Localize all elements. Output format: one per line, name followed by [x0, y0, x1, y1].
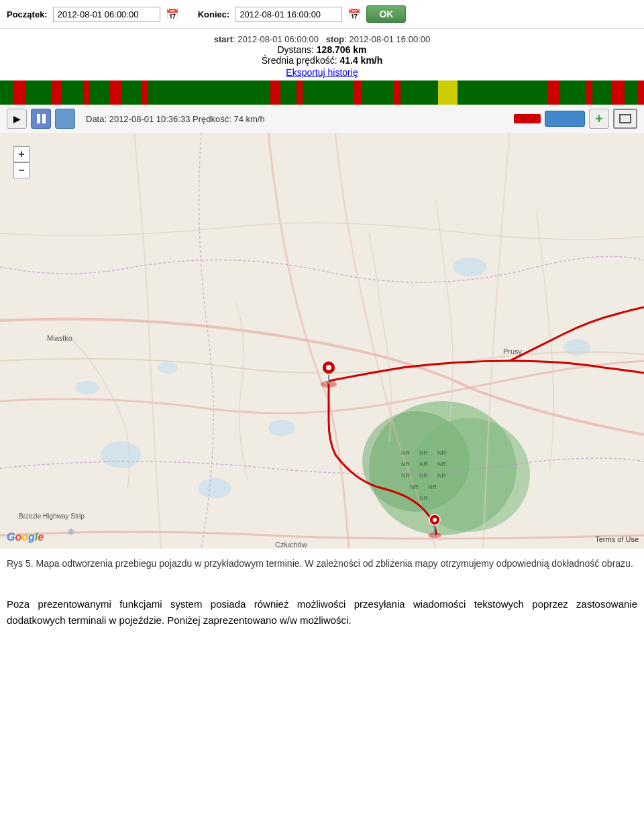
start-label-info: start	[214, 34, 233, 44]
bottom-text: Poza prezentowanymi funkcjami system pos…	[7, 596, 637, 628]
svg-point-1	[101, 441, 141, 468]
svg-text:NR: NR	[419, 449, 428, 456]
stop-button[interactable]	[55, 109, 75, 129]
svg-text:❄: ❄	[67, 527, 75, 537]
svg-rect-0	[0, 133, 644, 549]
svg-point-18	[433, 518, 437, 522]
svg-point-2	[198, 478, 231, 498]
svg-text:NR: NR	[410, 484, 419, 490]
svg-text:NR: NR	[437, 472, 446, 479]
end-label: Koniec:	[198, 9, 230, 19]
top-bar: Początek: 📅 Koniec: 📅 OK	[0, 0, 644, 29]
playback-data-display: Data: 2012-08-01 10:36:33 Prędkość: 74 k…	[79, 114, 510, 124]
ok-button[interactable]: OK	[366, 5, 406, 23]
map-zoom-in-button[interactable]: +	[13, 146, 30, 162]
svg-text:NR: NR	[401, 472, 410, 479]
stop-value-info: 2012-08-01 16:00:00	[349, 34, 430, 44]
avg-speed-value: 41.4 km/h	[339, 55, 382, 66]
start-label: Początek:	[7, 9, 48, 19]
fullscreen-button[interactable]	[613, 109, 637, 129]
stop-label-info: stop	[326, 34, 344, 44]
playback-bar: ▶ Data: 2012-08-01 10:36:33 Prędkość: 74…	[0, 105, 644, 133]
zoom-plus-playback-button[interactable]: +	[589, 109, 609, 129]
svg-text:NR: NR	[419, 472, 428, 479]
svg-text:NR: NR	[437, 461, 446, 468]
map-svg: Miastko Brzezie Highway Strip Czarne Czł…	[0, 133, 644, 549]
bottom-section: Poza prezentowanymi funkcjami system pos…	[0, 576, 644, 642]
svg-point-7	[564, 339, 590, 355]
terms-of-use-link[interactable]: Terms of Use	[595, 535, 639, 543]
distance-value: 128.706 km	[317, 44, 367, 55]
speed-indicator	[514, 114, 541, 123]
svg-text:NR: NR	[401, 449, 410, 456]
svg-point-5	[158, 362, 178, 374]
svg-point-6	[453, 258, 486, 276]
svg-text:Brzezie Highway Strip: Brzezie Highway Strip	[19, 512, 85, 520]
end-input[interactable]	[235, 7, 342, 22]
svg-text:NR: NR	[401, 461, 410, 468]
map-container[interactable]: Miastko Brzezie Highway Strip Czarne Czł…	[0, 133, 644, 549]
start-input[interactable]	[53, 7, 160, 22]
svg-point-4	[75, 381, 99, 394]
avg-speed-label: Średnia prędkość:	[262, 55, 340, 66]
start-calendar-icon[interactable]: 📅	[166, 8, 179, 21]
caption-section: Rys 5. Mapa odtworzenia przebiegu pojazd…	[0, 549, 644, 576]
svg-text:NR: NR	[428, 484, 437, 490]
svg-text:NR: NR	[419, 495, 428, 502]
info-line2: Dystans: 128.706 km	[0, 44, 644, 55]
svg-point-3	[268, 420, 295, 436]
distance-label: Dystans:	[277, 44, 316, 55]
timeline-bar[interactable]	[0, 80, 644, 105]
svg-text:NR: NR	[437, 449, 446, 456]
google-logo: Google	[7, 531, 44, 543]
info-line1: start: 2012-08-01 06:00:00 stop: 2012-08…	[0, 34, 644, 44]
export-historia-link[interactable]: Eksportuj historię	[286, 67, 358, 78]
end-calendar-icon[interactable]: 📅	[347, 8, 361, 21]
color-selector-blue[interactable]	[545, 111, 585, 127]
svg-text:Człuchów: Człuchów	[275, 541, 307, 549]
map-zoom-controls: + −	[13, 146, 30, 178]
info-section: start: 2012-08-01 06:00:00 stop: 2012-08…	[0, 29, 644, 80]
map-zoom-out-button[interactable]: −	[13, 162, 30, 178]
svg-point-14	[326, 365, 331, 370]
start-value-info: 2012-08-01 06:00:00	[237, 34, 319, 44]
pause-button[interactable]	[31, 109, 51, 129]
play-button[interactable]: ▶	[7, 109, 27, 129]
svg-text:Prusy: Prusy	[503, 347, 523, 355]
info-line3: Średnia prędkość: 41.4 km/h	[0, 55, 644, 66]
caption-text: Rys 5. Mapa odtworzenia przebiegu pojazd…	[7, 557, 637, 571]
export-link[interactable]: Eksportuj historię	[0, 66, 644, 78]
svg-text:NR: NR	[419, 461, 428, 468]
svg-text:Miastko: Miastko	[47, 334, 72, 342]
